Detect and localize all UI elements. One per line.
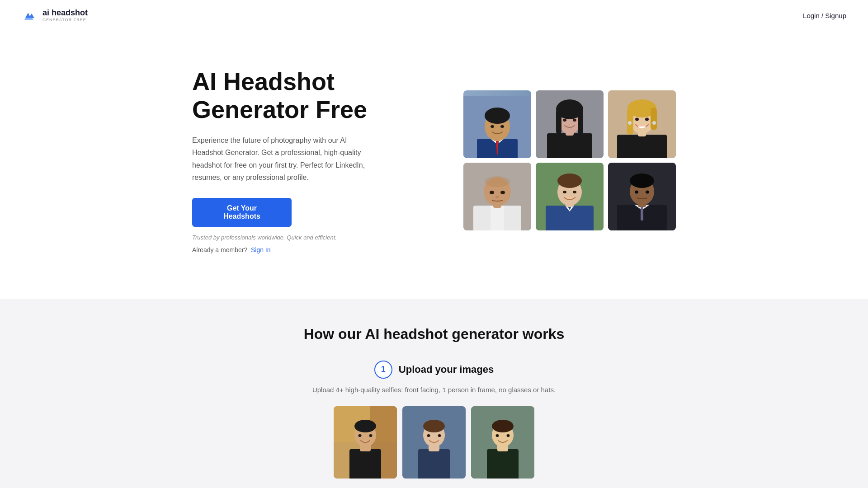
already-member-label: Already a member?	[192, 246, 247, 253]
svg-point-78	[496, 434, 499, 437]
svg-rect-15	[556, 109, 561, 134]
logo-subtitle: GENERATOR FREE	[42, 18, 88, 22]
svg-rect-67	[418, 449, 450, 479]
svg-point-8	[491, 125, 494, 128]
headshot-grid	[463, 90, 676, 230]
headshot-3	[608, 90, 676, 158]
step-1-header: 1 Upload your images	[374, 361, 494, 379]
svg-point-7	[485, 108, 510, 124]
svg-point-79	[507, 434, 510, 437]
svg-point-46	[573, 191, 576, 193]
hero-description: Experience the future of photography wit…	[192, 134, 368, 183]
site-header: ai headshot GENERATOR FREE Login / Signu…	[0, 0, 868, 31]
svg-point-56	[646, 190, 649, 193]
svg-point-36	[490, 191, 494, 194]
svg-point-77	[492, 420, 514, 432]
svg-point-29	[645, 117, 649, 121]
logo-icon	[22, 7, 38, 23]
svg-rect-16	[578, 109, 583, 134]
get-headshots-button[interactable]: Get Your Headshots	[192, 198, 292, 227]
sample-photo-3	[471, 406, 534, 479]
svg-rect-60	[349, 449, 381, 479]
headshot-5	[536, 163, 604, 230]
svg-rect-20	[617, 135, 667, 158]
sample-photo-2	[402, 406, 466, 479]
svg-point-17	[563, 119, 566, 122]
svg-point-70	[423, 420, 445, 432]
headshot-1	[463, 90, 531, 158]
svg-point-65	[369, 434, 373, 437]
step-1-container: 1 Upload your images Upload 4+ high-qual…	[90, 361, 778, 479]
svg-point-64	[359, 434, 362, 437]
headshot-2	[536, 90, 604, 158]
headshot-4	[463, 163, 531, 230]
headshot-6	[608, 163, 676, 230]
svg-point-35	[485, 176, 510, 187]
svg-rect-25	[651, 108, 657, 130]
member-text: Already a member? Sign In	[192, 246, 409, 253]
sign-in-link[interactable]: Sign In	[251, 246, 271, 253]
svg-point-54	[630, 174, 654, 188]
svg-point-27	[652, 121, 656, 125]
svg-point-55	[635, 190, 638, 193]
login-signup-link[interactable]: Login / Signup	[803, 12, 846, 19]
sample-photo-1	[334, 406, 397, 479]
trusted-text: Trusted by professionals worldwide. Quic…	[192, 234, 409, 241]
how-it-works-section: How our AI headshot generator works 1 Up…	[0, 299, 868, 488]
step-1-label: Upload your images	[399, 364, 494, 375]
svg-rect-11	[547, 133, 592, 158]
svg-point-9	[500, 125, 504, 128]
svg-point-38	[495, 196, 499, 198]
svg-point-63	[354, 420, 376, 432]
hero-heading: AI Headshot Generator Free	[192, 67, 409, 123]
svg-point-28	[635, 117, 639, 121]
svg-point-45	[563, 191, 566, 193]
svg-rect-49	[641, 205, 643, 221]
svg-point-18	[573, 119, 576, 122]
svg-point-71	[427, 434, 430, 437]
svg-point-44	[557, 174, 582, 188]
step-1-description: Upload 4+ high-quality selfies: front fa…	[312, 386, 556, 394]
hero-content: AI Headshot Generator Free Experience th…	[192, 67, 409, 253]
svg-point-37	[500, 191, 505, 194]
hero-section: AI Headshot Generator Free Experience th…	[118, 31, 750, 281]
svg-rect-40	[546, 206, 594, 230]
svg-rect-24	[627, 108, 633, 135]
step-1-number: 1	[374, 361, 392, 379]
svg-rect-32	[491, 206, 504, 230]
sample-photos-grid	[334, 406, 534, 479]
svg-point-72	[438, 434, 441, 437]
logo[interactable]: ai headshot GENERATOR FREE	[22, 7, 88, 23]
svg-rect-74	[487, 449, 519, 479]
svg-point-26	[628, 121, 632, 125]
logo-title: ai headshot	[42, 9, 88, 18]
how-it-works-title: How our AI headshot generator works	[90, 326, 778, 343]
